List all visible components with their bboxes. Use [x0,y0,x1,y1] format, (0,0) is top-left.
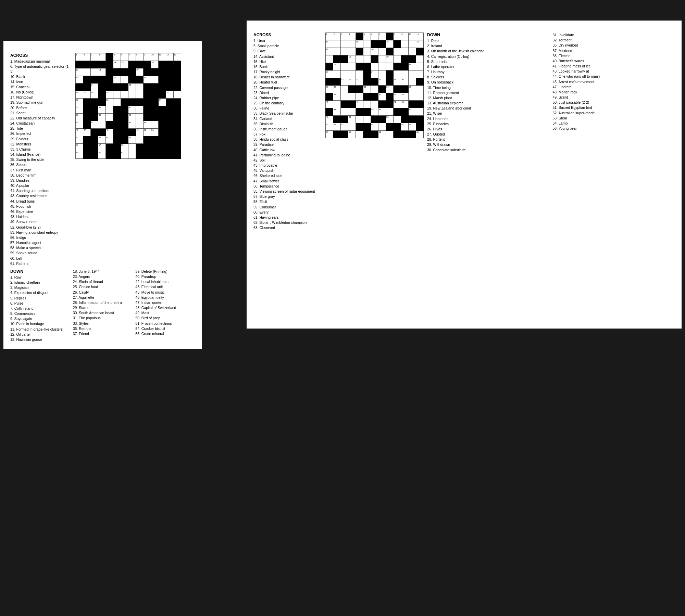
grid7-cell-4-6[interactable] [371,63,378,70]
grid7-cell-0-5[interactable]: 5 [363,33,371,40]
grid7-cell-3-12[interactable] [416,55,424,63]
grid6-cell-12-6[interactable]: 58 [121,144,128,151]
grid6-cell-2-13[interactable] [174,68,181,76]
grid7-cell-11-8[interactable]: 50 [386,116,394,123]
grid6-cell-12-7[interactable] [128,144,136,151]
grid6-cell-5-7[interactable] [128,91,136,99]
grid6-cell-0-11[interactable]: 11 [159,53,166,61]
grid6-cell-2-3[interactable]: 18 [98,68,106,76]
grid6-cell-12-0[interactable]: 56 [76,144,83,151]
grid6-cell-9-13[interactable] [174,121,181,129]
grid6-cell-3-4[interactable] [106,76,113,84]
grid6-cell-10-13[interactable] [174,129,181,136]
grid7-cell-3-6[interactable] [371,55,378,63]
grid6-cell-7-13[interactable] [174,106,181,114]
grid7-cell-5-4[interactable] [356,70,363,78]
grid7-cell-5-11[interactable] [409,70,416,78]
grid7-cell-10-11[interactable]: 47 [409,108,416,116]
grid6-cell-2-5[interactable] [113,68,121,76]
grid6-cell-1-5[interactable]: 14 [113,61,121,68]
grid6-cell-12-3[interactable]: 57 [98,144,106,151]
grid6-cell-0-8[interactable]: 8 [136,53,144,61]
grid6-cell-6-12[interactable] [166,99,174,106]
grid7-cell-8-3[interactable] [348,93,356,101]
grid6-cell-7-11[interactable] [159,106,166,114]
grid6-cell-7-0[interactable]: 35 [76,106,83,114]
grid7-cell-5-9[interactable] [394,70,401,78]
grid6-cell-2-8[interactable]: 19 [136,68,144,76]
grid7-cell-10-3[interactable] [348,108,356,116]
grid6-cell-12-12[interactable] [166,144,174,151]
grid6-cell-5-8[interactable] [136,91,144,99]
grid6-cell-13-9[interactable] [144,151,151,159]
grid7-cell-13-11[interactable] [409,131,416,138]
grid6-cell-5-12[interactable]: 31 [166,91,174,99]
grid7-cell-10-0[interactable] [326,108,333,116]
grid6-cell-8-7[interactable]: 40 [128,114,136,121]
grid6-cell-4-0[interactable] [76,84,83,91]
grid6-cell-7-3[interactable]: 36 [98,106,106,114]
grid7-cell-11-11[interactable] [409,116,416,123]
grid6-cell-8-2[interactable] [91,114,98,121]
grid7-cell-7-12[interactable] [416,86,424,93]
grid7-cell-2-4[interactable] [356,48,363,55]
grid7-cell-12-2[interactable]: 53 [341,123,348,131]
grid7-cell-7-8[interactable]: 34 [386,86,394,93]
grid6-cell-2-9[interactable] [144,68,151,76]
grid7-cell-4-9[interactable] [394,63,401,70]
grid7-cell-7-6[interactable] [371,86,378,93]
grid6-cell-9-11[interactable] [159,121,166,129]
grid7-cell-9-7[interactable] [378,101,386,108]
grid7-cell-6-6[interactable] [371,78,378,86]
grid6-cell-3-5[interactable]: 21 [113,76,121,84]
grid6-cell-6-10[interactable] [151,99,159,106]
grid6-cell-6-13[interactable] [174,99,181,106]
grid6-cell-11-3[interactable]: 53 [98,136,106,144]
grid6-cell-7-1[interactable] [83,106,91,114]
grid7-cell-13-8[interactable] [386,131,394,138]
grid7-cell-11-7[interactable] [378,116,386,123]
grid7-cell-6-11[interactable] [409,78,416,86]
grid6-cell-10-7[interactable] [128,129,136,136]
grid7-cell-8-10[interactable]: 39 [401,93,409,101]
grid7-cell-11-5[interactable] [363,116,371,123]
grid7-cell-2-10[interactable] [401,48,409,55]
grid6-cell-3-7[interactable] [128,76,136,84]
grid7-cell-8-2[interactable] [341,93,348,101]
grid6-cell-11-10[interactable] [151,136,159,144]
grid7-cell-1-11[interactable] [409,40,416,48]
grid7-cell-0-4[interactable] [356,33,363,40]
grid7-cell-7-5[interactable]: 33 [363,86,371,93]
grid7-cell-0-3[interactable]: 4 [348,33,356,40]
grid6-cell-4-11[interactable] [159,84,166,91]
grid6-cell-13-6[interactable]: 61 [121,151,128,159]
grid6-cell-9-0[interactable]: 41 [76,121,83,129]
grid6-cell-12-1[interactable] [83,144,91,151]
grid6-cell-11-2[interactable] [91,136,98,144]
grid6-cell-7-2[interactable] [91,106,98,114]
grid7-cell-1-12[interactable]: 13 [416,40,424,48]
grid7-cell-12-9[interactable] [394,123,401,131]
grid7-cell-2-12[interactable] [416,48,424,55]
grid7-cell-5-2[interactable] [341,70,348,78]
grid6-cell-13-8[interactable] [136,151,144,159]
grid7-cell-4-1[interactable]: 21 [333,63,341,70]
grid6-cell-8-0[interactable]: 38 [76,114,83,121]
grid6-cell-3-1[interactable] [83,76,91,84]
grid7-cell-1-0[interactable]: 14 [326,40,333,48]
grid6-cell-5-6[interactable] [121,91,128,99]
grid7-cell-11-2[interactable] [341,116,348,123]
grid7-cell-2-0[interactable]: 17 [326,48,333,55]
grid7-cell-8-9[interactable]: 38 [394,93,401,101]
grid7-cell-2-8[interactable] [386,48,394,55]
grid7-cell-1-5[interactable] [363,40,371,48]
grid6-cell-6-11[interactable]: 34 [159,99,166,106]
grid7-cell-7-3[interactable] [348,86,356,93]
grid7-cell-1-7[interactable] [378,40,386,48]
grid6-cell-10-5[interactable] [113,129,121,136]
grid7-cell-6-0[interactable] [326,78,333,86]
grid6-cell-8-11[interactable] [159,114,166,121]
grid7-cell-2-11[interactable] [409,48,416,55]
grid6-cell-6-2[interactable] [91,99,98,106]
grid6-cell-9-5[interactable] [113,121,121,129]
